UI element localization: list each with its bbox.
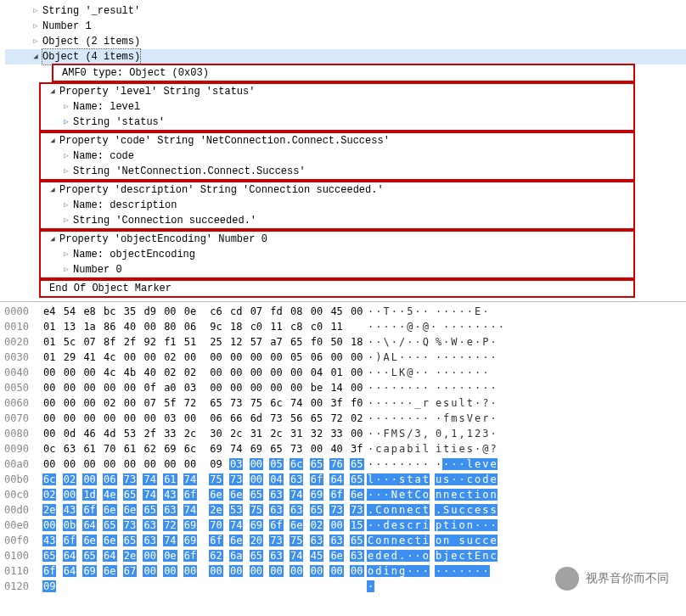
tree-row[interactable]: ▷Object (2 items) <box>5 34 686 49</box>
chevron-down-icon[interactable]: ◢ <box>48 182 58 198</box>
hex-row[interactable]: 00d02e 43 6f 6e 6e 65 63 742e 53 75 63 6… <box>0 502 686 518</box>
hex-bytes[interactable]: 65 64 65 64 2e 00 0e 6f62 6a 65 63 74 45… <box>34 548 353 563</box>
chevron-right-icon[interactable]: ▷ <box>61 247 71 262</box>
hex-row[interactable]: 005000 00 00 00 00 0f a0 0300 00 00 00 0… <box>0 380 686 395</box>
tree-row[interactable]: ▷Name: code <box>41 148 633 164</box>
tree-row[interactable]: ▷Number 0 <box>41 262 633 277</box>
tree-row[interactable]: ◢Property 'code' String 'NetConnection.C… <box>41 133 633 148</box>
hex-panel[interactable]: 0000e4 54 e8 bc 35 d9 00 0ec6 cd 07 fd 0… <box>0 301 686 596</box>
hex-bytes[interactable]: 00 00 00 02 00 07 5f 7265 73 75 6c 74 00… <box>34 395 353 411</box>
hex-ascii[interactable]: ··FMS/3,0,1,123· <box>353 426 498 441</box>
hex-ascii[interactable]: ······_result·?· <box>353 395 498 411</box>
hex-row[interactable]: 006000 00 00 02 00 07 5f 7265 73 75 6c 7… <box>0 395 686 411</box>
hex-ascii[interactable]: eded.··objectEnc <box>353 548 498 563</box>
hex-row[interactable]: 004000 00 00 4c 4b 40 02 0200 00 00 00 0… <box>0 365 686 380</box>
hex-ascii[interactable]: .Connect.Success <box>353 502 498 518</box>
hex-bytes[interactable]: 01 13 1a 86 40 00 80 069c 18 c0 11 c8 c0… <box>34 319 353 334</box>
hex-row[interactable]: 001001 13 1a 86 40 00 80 069c 18 c0 11 c… <box>0 319 686 334</box>
hex-offset: 00c0 <box>0 487 34 502</box>
hex-row[interactable]: 010065 64 65 64 2e 00 0e 6f62 6a 65 63 7… <box>0 548 686 563</box>
hex-bytes[interactable]: 00 0d 46 4d 53 2f 33 2c30 2c 31 2c 31 32… <box>34 426 353 441</box>
hex-row[interactable]: 0000e4 54 e8 bc 35 d9 00 0ec6 cd 07 fd 0… <box>0 304 686 319</box>
hex-bytes[interactable]: 09 <box>34 579 353 594</box>
chevron-right-icon[interactable]: ▷ <box>31 19 41 34</box>
chevron-down-icon[interactable]: ◢ <box>48 84 58 99</box>
hex-offset: 0100 <box>0 548 34 563</box>
hex-bytes[interactable]: 01 5c 07 8f 2f 92 f1 5125 12 57 a7 65 f0… <box>34 334 353 350</box>
tree-row[interactable]: ▷String 'NetConnection.Connect.Success' <box>41 164 633 179</box>
chevron-down-icon[interactable]: ◢ <box>48 133 58 148</box>
tree-row[interactable]: AMF0 type: Object (0x03) <box>53 65 633 81</box>
tree-row-selected[interactable]: ◢Object (4 items) <box>5 49 686 64</box>
hex-ascii[interactable]: ·········fmsVer· <box>353 411 498 426</box>
watermark-text: 视界音你而不同 <box>586 571 669 586</box>
hex-offset: 0040 <box>0 365 34 380</box>
hex-ascii[interactable]: l···status··code <box>353 472 498 487</box>
hex-ascii[interactable]: Connection succe <box>353 533 498 548</box>
hex-ascii[interactable]: ··description··· <box>353 518 498 533</box>
hex-row[interactable]: 00900c 63 61 70 61 62 69 6c69 74 69 65 7… <box>0 441 686 456</box>
tree-row[interactable]: ▷Name: description <box>41 198 633 213</box>
hex-row[interactable]: 00f043 6f 6e 6e 65 63 74 696f 6e 20 73 7… <box>0 533 686 548</box>
chevron-right-icon[interactable]: ▷ <box>31 34 41 49</box>
chevron-right-icon[interactable]: ▷ <box>61 99 71 115</box>
hex-row[interactable]: 008000 0d 46 4d 53 2f 33 2c30 2c 31 2c 3… <box>0 426 686 441</box>
hex-ascii[interactable]: ············leve <box>353 456 498 472</box>
tree-row[interactable]: ▷Name: objectEncoding <box>41 247 633 262</box>
chevron-right-icon[interactable]: ▷ <box>61 213 71 228</box>
tree-row[interactable]: ▷String 'status' <box>41 115 633 130</box>
hex-row[interactable]: 002001 5c 07 8f 2f 92 f1 5125 12 57 a7 6… <box>0 334 686 350</box>
hex-bytes[interactable]: 6c 02 00 06 73 74 61 7475 73 00 04 63 6f… <box>34 472 353 487</box>
tree-row[interactable]: ▷String 'Connection succeeded.' <box>41 213 633 228</box>
hex-offset: 0050 <box>0 380 34 395</box>
hex-bytes[interactable]: 2e 43 6f 6e 6e 65 63 742e 53 75 63 63 65… <box>34 502 353 518</box>
hex-bytes[interactable]: 00 00 00 00 00 0f a0 0300 00 00 00 00 be… <box>34 380 353 395</box>
hex-ascii[interactable]: ···NetConnection <box>353 487 498 502</box>
hex-bytes[interactable]: 00 00 00 00 00 00 03 0006 66 6d 73 56 65… <box>34 411 353 426</box>
hex-ascii[interactable]: ·)AL············ <box>353 350 498 365</box>
hex-row[interactable]: 003001 29 41 4c 00 00 02 0000 00 00 00 0… <box>0 350 686 365</box>
hex-bytes[interactable]: 00 0b 64 65 73 63 72 6970 74 69 6f 6e 02… <box>34 518 353 533</box>
chevron-right-icon[interactable]: ▷ <box>31 3 41 19</box>
hex-row[interactable]: 00a000 00 00 00 00 00 00 0009 03 00 05 6… <box>0 456 686 472</box>
hex-bytes[interactable]: e4 54 e8 bc 35 d9 00 0ec6 cd 07 fd 08 00… <box>34 304 353 319</box>
hex-offset: 00f0 <box>0 533 34 548</box>
tree-row[interactable]: End Of Object Marker <box>41 281 633 296</box>
chevron-down-icon[interactable]: ◢ <box>48 232 58 247</box>
chevron-down-icon[interactable]: ◢ <box>31 49 41 64</box>
hex-ascii[interactable]: ··T··5·······E· <box>353 304 490 319</box>
chevron-right-icon[interactable]: ▷ <box>61 148 71 164</box>
hex-offset: 0060 <box>0 395 34 411</box>
chevron-right-icon[interactable]: ▷ <box>61 115 71 130</box>
hex-offset: 0010 <box>0 319 34 334</box>
tree-row[interactable]: ◢Property 'objectEncoding' Number 0 <box>41 232 633 247</box>
tree-row[interactable]: ◢Property 'description' String 'Connecti… <box>41 182 633 198</box>
tree-row[interactable]: ▷String '_result' <box>5 3 686 19</box>
tree-panel: ▷String '_result' ▷Number 1 ▷Object (2 i… <box>0 0 686 301</box>
hex-bytes[interactable]: 02 00 1d 4e 65 74 43 6f6e 6e 65 63 74 69… <box>34 487 353 502</box>
hex-row[interactable]: 00b06c 02 00 06 73 74 61 7475 73 00 04 6… <box>0 472 686 487</box>
hex-row[interactable]: 00e000 0b 64 65 73 63 72 6970 74 69 6f 6… <box>0 518 686 533</box>
hex-ascii[interactable]: oding·········· <box>353 563 490 579</box>
hex-bytes[interactable]: 00 00 00 00 00 00 00 0009 03 00 05 6c 65… <box>34 456 353 472</box>
hex-ascii[interactable]: ················ <box>353 380 498 395</box>
tree-row[interactable]: ▷Number 1 <box>5 19 686 34</box>
hex-bytes[interactable]: 43 6f 6e 6e 65 63 74 696f 6e 20 73 75 63… <box>34 533 353 548</box>
hex-bytes[interactable]: 6f 64 69 6e 67 00 00 0000 00 00 00 00 00… <box>34 563 353 579</box>
hex-row[interactable]: 00c002 00 1d 4e 65 74 43 6f6e 6e 65 63 7… <box>0 487 686 502</box>
hex-ascii[interactable]: ··\·/··Q%·W·e·P· <box>353 334 498 350</box>
hex-bytes[interactable]: 01 29 41 4c 00 00 02 0000 00 00 00 05 06… <box>34 350 353 365</box>
hex-offset: 0080 <box>0 426 34 441</box>
tree-row[interactable]: ◢Property 'level' String 'status' <box>41 84 633 99</box>
hex-ascii[interactable]: ·····@·@········· <box>353 319 505 334</box>
hex-bytes[interactable]: 00 00 00 4c 4b 40 02 0200 00 00 00 00 04… <box>34 365 353 380</box>
tree-row[interactable]: ▷Name: level <box>41 99 633 115</box>
hex-ascii[interactable]: ·capabilities·@? <box>353 441 498 456</box>
chevron-right-icon[interactable]: ▷ <box>61 198 71 213</box>
hex-ascii[interactable]: · <box>353 579 380 594</box>
chevron-right-icon[interactable]: ▷ <box>61 164 71 179</box>
hex-ascii[interactable]: ···LK@········· <box>353 365 490 380</box>
hex-row[interactable]: 007000 00 00 00 00 00 03 0006 66 6d 73 5… <box>0 411 686 426</box>
hex-bytes[interactable]: 0c 63 61 70 61 62 69 6c69 74 69 65 73 00… <box>34 441 353 456</box>
chevron-right-icon[interactable]: ▷ <box>61 262 71 277</box>
